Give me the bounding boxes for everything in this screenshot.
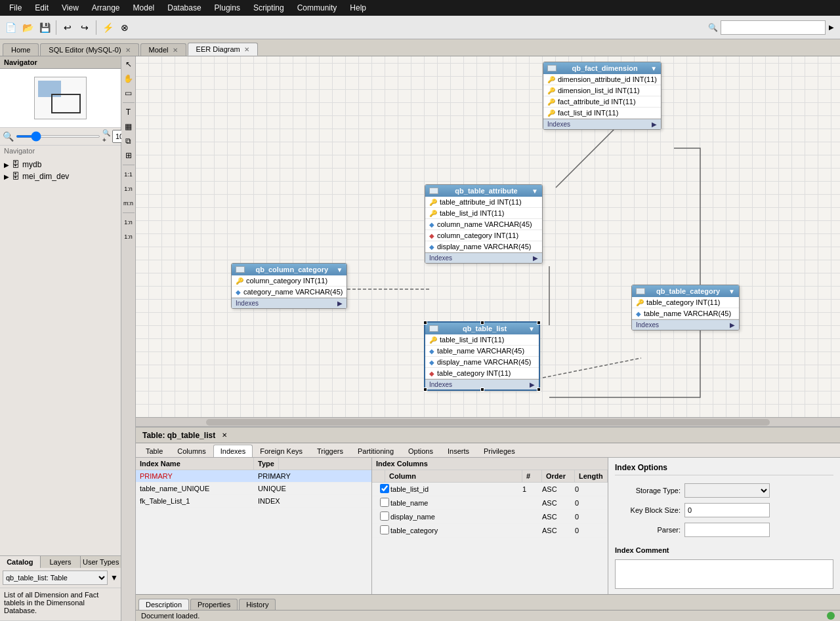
te-tab-columns[interactable]: Columns [170,445,213,457]
tab-home[interactable]: Home [3,43,39,56]
te-tab-partitioning[interactable]: Partitioning [350,445,401,457]
search-submit-button[interactable]: ▶ [826,20,837,35]
parser-input[interactable] [684,523,770,537]
table-qb-table-attribute[interactable]: qb_table_attribute ▼ 🔑table_attribute_id… [425,184,543,264]
field-row: ◆column_category INT(11) [425,230,542,241]
index-row-fk[interactable]: fk_Table_List_1 INDEX [136,495,371,508]
pointer-tool[interactable]: ↖ [122,58,135,71]
menu-scripting[interactable]: Scripting [247,2,291,14]
copy-tool[interactable]: ⧉ [122,134,135,148]
table-header-qb-table-category[interactable]: qb_table_category ▼ [632,285,739,297]
canvas-hscroll[interactable] [136,417,840,426]
bottom-panel-close[interactable]: ✕ [222,431,227,439]
rel-1-n-dashed-tool[interactable]: 1:n [122,216,135,229]
footer-tab-properties[interactable]: Properties [190,599,238,610]
te-tab-privileges[interactable]: Privileges [476,445,522,457]
tab-sqleditor-close[interactable]: ✕ [125,47,131,54]
indexes-arrow[interactable]: ▶ [730,321,735,329]
sel-handle-tl[interactable] [423,321,427,325]
table-qb-table-list[interactable]: qb_table_list ▼ 🔑table_list_id INT(11) ◆… [425,322,539,390]
stop-button[interactable]: ⊗ [117,20,133,35]
sidebar-tab-catalog[interactable]: Catalog [0,556,41,568]
table-qb-table-category[interactable]: qb_table_category ▼ 🔑table_category INT(… [631,285,740,331]
text-tool[interactable]: T [122,106,135,119]
index-comment-textarea[interactable] [615,559,833,589]
table-expand-qb-table-list[interactable]: ▼ [528,325,535,332]
index-row-unique[interactable]: table_name_UNIQUE UNIQUE [136,483,371,495]
sel-handle-bm[interactable] [480,388,484,391]
calculator-tool[interactable]: ▦ [122,120,135,133]
redo-button[interactable]: ↪ [77,20,93,35]
table-expand-qb-table-category[interactable]: ▼ [728,288,735,295]
rel-special-tool[interactable]: 1:n [122,230,135,243]
table-footer-qb-column-category[interactable]: Indexes ▶ [232,298,346,308]
table-footer-qb-table-category[interactable]: Indexes ▶ [632,319,739,330]
rel-1-1-tool[interactable]: 1:1 [122,168,135,181]
indexes-arrow[interactable]: ▶ [652,121,657,128]
open-button[interactable]: 📂 [20,20,35,35]
tab-eerdiagram[interactable]: EER Diagram ✕ [188,43,258,56]
table-header-qb-table-attribute[interactable]: qb_table_attribute ▼ [425,185,542,197]
table-qb-column-category[interactable]: qb_column_category ▼ 🔑column_category IN… [231,263,347,309]
indexes-arrow[interactable]: ▶ [337,300,343,307]
undo-button[interactable]: ↩ [60,20,75,35]
rel-m-n-tool[interactable]: m:n [122,197,135,210]
sel-handle-tr[interactable] [537,321,541,325]
menu-help[interactable]: Help [343,2,373,14]
table-expand-qb-column-category[interactable]: ▼ [337,266,343,273]
table-expand-qb-fact-dimension[interactable]: ▼ [650,65,657,72]
sel-handle-br[interactable] [537,388,541,391]
footer-tab-history[interactable]: History [239,599,276,610]
te-tab-options[interactable]: Options [401,445,440,457]
index-row-primary[interactable]: PRIMARY PRIMARY [136,470,371,483]
table-expand-qb-table-attribute[interactable]: ▼ [532,188,538,195]
tab-sqleditor[interactable]: SQL Editor (MySQL-0) ✕ [40,43,138,56]
tab-eerdiagram-close[interactable]: ✕ [244,46,249,53]
te-tab-triggers[interactable]: Triggers [310,445,350,457]
zoom-out-button[interactable]: 🔍 [3,130,14,142]
key-block-size-input[interactable] [684,503,770,517]
table-header-qb-fact-dimension[interactable]: qb_fact_dimension ▼ [543,62,661,74]
minimap[interactable] [0,69,121,128]
sel-handle-tm[interactable] [480,321,484,325]
menu-model[interactable]: Model [127,2,161,14]
indexes-arrow[interactable]: ▶ [533,254,538,262]
menu-database[interactable]: Database [161,2,207,14]
zoom-slider[interactable] [16,135,100,138]
rel-1-n-tool[interactable]: 1:n [122,182,135,195]
sidebar-tab-usertypes[interactable]: User Types [81,556,121,568]
save-button[interactable]: 💾 [37,20,52,35]
tab-model[interactable]: Model ✕ [140,43,186,56]
storage-type-select[interactable]: BTREE HASH [684,483,770,498]
sidebar-tab-layers[interactable]: Layers [41,556,81,568]
pan-tool[interactable]: ✋ [122,72,135,85]
menu-edit[interactable]: Edit [28,2,55,14]
eraser-tool[interactable]: ▭ [122,87,135,100]
table-header-qb-column-category[interactable]: qb_column_category ▼ [232,264,346,275]
te-tab-table[interactable]: Table [138,445,170,457]
te-tab-inserts[interactable]: Inserts [440,445,476,457]
menu-view[interactable]: View [55,2,85,14]
execute-button[interactable]: ⚡ [100,20,116,35]
footer-tab-description[interactable]: Description [138,599,189,610]
obj-select-dropdown[interactable]: qb_table_list: Table [3,571,108,585]
menu-plugins[interactable]: Plugins [208,2,247,14]
tab-model-close[interactable]: ✕ [173,47,178,54]
table-footer-qb-table-attribute[interactable]: Indexes ▶ [425,252,542,263]
te-tab-foreignkeys[interactable]: Foreign Keys [253,445,310,457]
search-input[interactable] [721,20,826,35]
new-button[interactable]: 📄 [3,20,18,35]
sel-handle-bl[interactable] [423,388,427,391]
menu-arrange[interactable]: Arrange [85,2,127,14]
table-qb-fact-dimension[interactable]: qb_fact_dimension ▼ 🔑dimension_attribute… [543,62,662,130]
indexes-arrow[interactable]: ▶ [530,381,535,388]
zoom-in-button[interactable]: 🔍+ [102,130,110,142]
add-table-tool[interactable]: ⊞ [122,149,135,162]
te-tab-indexes[interactable]: Indexes [213,445,253,457]
menu-file[interactable]: File [3,2,28,14]
table-footer-qb-fact-dimension[interactable]: Indexes ▶ [543,119,661,129]
tree-item-mydb[interactable]: ▶ 🗄 mydb [1,159,119,170]
canvas[interactable]: qb_fact_dimension ▼ 🔑dimension_attribute… [136,56,840,417]
tree-item-meidimdev[interactable]: ▶ 🗄 mei_dim_dev [1,170,119,182]
menu-community[interactable]: Community [291,2,344,14]
